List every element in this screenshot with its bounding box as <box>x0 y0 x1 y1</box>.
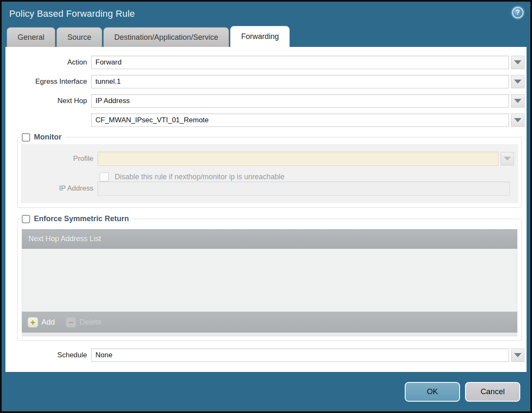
minus-icon: − <box>66 317 76 328</box>
tab-general[interactable]: General <box>7 27 55 47</box>
delete-button: − Delete <box>66 317 101 328</box>
ok-button[interactable]: OK <box>405 382 460 402</box>
monitor-checkbox[interactable] <box>22 133 30 142</box>
pbf-rule-dialog: Policy Based Forwarding Rule ? General S… <box>0 0 532 413</box>
enforce-symmetric-return-fieldset: Enforce Symmetric Return Next Hop Addres… <box>17 214 522 341</box>
cancel-button[interactable]: Cancel <box>465 382 520 402</box>
profile-select <box>98 152 499 166</box>
egress-interface-row: Egress Interface tunnel.1 <box>5 75 524 88</box>
table-header: Next Hop Address List <box>22 229 517 249</box>
chevron-down-icon <box>504 157 511 161</box>
next-hop-row: Next Hop IP Address <box>5 94 524 108</box>
schedule-dropdown-button[interactable] <box>511 348 524 362</box>
profile-label: Profile <box>21 155 98 163</box>
dialog-footer: OK Cancel <box>2 372 530 411</box>
egress-interface-dropdown-button[interactable] <box>511 75 524 88</box>
chevron-down-icon <box>514 353 522 357</box>
dialog-title: Policy Based Forwarding Rule <box>9 8 135 19</box>
next-hop-address-dropdown-button[interactable] <box>511 114 524 127</box>
help-icon[interactable]: ? <box>512 7 524 18</box>
tab-forwarding[interactable]: Forwarding <box>230 26 290 47</box>
monitor-title: Monitor <box>34 133 62 142</box>
next-hop-address-row: CF_MWAN_IPsec_VTI_01_Remote <box>5 114 524 127</box>
action-select[interactable]: Forward <box>91 56 509 69</box>
disable-rule-checkbox <box>100 172 109 181</box>
next-hop-address-list-column-header: Next Hop Address List <box>28 235 101 243</box>
chevron-down-icon <box>514 80 522 84</box>
tab-source[interactable]: Source <box>57 27 102 47</box>
monitor-ip-address-input <box>98 181 510 196</box>
add-button[interactable]: + Add <box>28 317 55 328</box>
enforce-symmetric-return-checkbox[interactable] <box>22 215 30 223</box>
chevron-down-icon <box>514 60 522 65</box>
monitor-ip-address-label: IP Address <box>21 184 98 193</box>
monitor-ip-address-row: IP Address <box>21 181 514 196</box>
enforce-legend: Enforce Symmetric Return <box>21 214 132 223</box>
chevron-down-icon <box>514 99 522 103</box>
tab-bar: General Source Destination/Application/S… <box>2 26 530 47</box>
profile-dropdown-button <box>501 152 514 165</box>
table-body-empty[interactable] <box>22 249 517 312</box>
monitor-legend: Monitor <box>21 133 65 142</box>
profile-row: Profile <box>21 152 514 166</box>
chevron-down-icon <box>514 118 522 122</box>
next-hop-dropdown-button[interactable] <box>511 94 524 108</box>
next-hop-address-table: Next Hop Address List + Add − Delete <box>22 229 517 336</box>
tab-destination-application-service[interactable]: Destination/Application/Service <box>103 27 229 47</box>
next-hop-address-select[interactable]: CF_MWAN_IPsec_VTI_01_Remote <box>91 114 509 127</box>
dialog-titlebar: Policy Based Forwarding Rule ? <box>2 2 530 26</box>
disable-rule-label: Disable this rule if nexthop/monitor ip … <box>115 173 285 181</box>
table-footer: + Add − Delete <box>22 312 517 333</box>
action-row: Action Forward <box>5 56 524 69</box>
next-hop-label: Next Hop <box>5 97 91 105</box>
schedule-select[interactable]: None <box>91 348 509 362</box>
monitor-panel: Profile Disable this rule if nexthop/mon… <box>21 144 518 203</box>
action-dropdown-button[interactable] <box>511 56 524 69</box>
schedule-label: Schedule <box>5 351 91 359</box>
delete-button-label: Delete <box>80 318 101 327</box>
disable-rule-row: Disable this rule if nexthop/monitor ip … <box>21 172 514 181</box>
help-glyph: ? <box>516 9 520 16</box>
plus-icon: + <box>28 317 38 328</box>
schedule-row: Schedule None <box>5 348 524 362</box>
table-bottom-strip <box>22 333 517 336</box>
add-button-label: Add <box>41 318 55 327</box>
action-label: Action <box>5 58 91 67</box>
forwarding-tab-panel: Action Forward Egress Interface tunnel.1… <box>5 47 527 372</box>
egress-interface-select[interactable]: tunnel.1 <box>91 75 509 88</box>
egress-interface-label: Egress Interface <box>5 77 91 86</box>
enforce-title: Enforce Symmetric Return <box>34 214 129 223</box>
next-hop-type-select[interactable]: IP Address <box>91 94 509 108</box>
monitor-fieldset: Monitor Profile Disable this rule if nex… <box>17 133 522 208</box>
